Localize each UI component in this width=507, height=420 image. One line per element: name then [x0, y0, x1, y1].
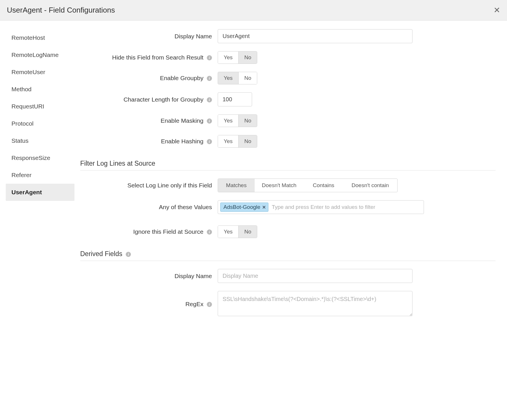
toggle-enable-hashing: Yes No [218, 135, 257, 148]
toggle-ignore-field: Yes No [218, 225, 257, 238]
row-regex: RegEx i [80, 291, 496, 317]
sidebar-item-remoteuser[interactable]: RemoteUser [6, 64, 74, 81]
toggle-yes-groupby[interactable]: Yes [218, 72, 238, 84]
input-derived-display-name[interactable] [218, 269, 412, 283]
info-icon[interactable]: i [126, 252, 131, 257]
row-char-length-groupby: Character Length for Groupby i [80, 92, 496, 106]
input-char-length-groupby[interactable] [218, 92, 252, 106]
sidebar-item-protocol[interactable]: Protocol [6, 115, 74, 132]
toggle-hide-from-search: Yes No [218, 51, 257, 64]
filter-tag: AdsBot-Google ✕ [220, 203, 268, 212]
section-filter-log-lines: Filter Log Lines at Source [80, 156, 496, 171]
row-enable-hashing: Enable Hashing i Yes No [80, 135, 496, 148]
row-any-values: Any of these Values AdsBot-Google ✕ [80, 200, 496, 214]
sidebar-item-responsesize[interactable]: ResponseSize [6, 149, 74, 167]
textarea-regex[interactable] [218, 291, 412, 316]
sidebar-item-referer[interactable]: Referer [6, 167, 74, 184]
label-any-values: Any of these Values [80, 204, 218, 211]
label-display-name: Display Name [80, 33, 218, 40]
toggle-no-hashing[interactable]: No [238, 135, 257, 147]
sidebar-item-method[interactable]: Method [6, 81, 74, 98]
label-char-length-groupby: Character Length for Groupby i [80, 96, 218, 103]
info-icon[interactable]: i [207, 302, 212, 307]
label-text-char-length: Character Length for Groupby [123, 96, 203, 103]
info-icon[interactable]: i [207, 118, 212, 124]
label-select-log-line: Select Log Line only if this Field [80, 182, 218, 189]
label-enable-groupby: Enable Groupby i [80, 75, 218, 82]
match-option-doesnt-contain[interactable]: Doesn't contain [343, 179, 397, 192]
dialog-title: UserAgent - Field Configurations [7, 6, 115, 15]
sidebar-item-useragent[interactable]: UserAgent [6, 184, 74, 201]
match-option-doesnt-match[interactable]: Doesn't Match [255, 179, 303, 192]
row-derived-display-name: Display Name [80, 269, 496, 283]
tag-remove-icon[interactable]: ✕ [262, 205, 266, 210]
toggle-no-masking[interactable]: No [238, 115, 257, 127]
label-hide-from-search: Hide this Field from Search Result i [80, 54, 218, 61]
main-panel: Display Name Hide this Field from Search… [80, 26, 507, 328]
toggle-enable-groupby: Yes No [218, 72, 257, 84]
row-ignore-field: Ignore this Field at Source i Yes No [80, 225, 496, 238]
label-regex: RegEx i [80, 301, 218, 308]
tag-input-any-values[interactable]: AdsBot-Google ✕ [218, 200, 424, 214]
toggle-yes-ignore[interactable]: Yes [218, 226, 238, 238]
match-option-contains[interactable]: Contains [303, 179, 343, 192]
toggle-enable-masking: Yes No [218, 114, 257, 127]
row-enable-masking: Enable Masking i Yes No [80, 114, 496, 127]
sidebar-item-remotehost[interactable]: RemoteHost [6, 29, 74, 46]
row-enable-groupby: Enable Groupby i Yes No [80, 72, 496, 84]
toggle-yes-masking[interactable]: Yes [218, 115, 238, 127]
dialog-header: UserAgent - Field Configurations ✕ [0, 0, 507, 21]
toggle-no-ignore[interactable]: No [238, 226, 257, 238]
label-text-enable-hashing: Enable Hashing [161, 138, 203, 144]
toggle-no-hide[interactable]: No [238, 51, 257, 64]
derived-fields-title-text: Derived Fields [80, 250, 122, 257]
toggle-no-groupby[interactable]: No [238, 72, 257, 84]
section-derived-fields: Derived Fields i [80, 246, 496, 261]
input-display-name[interactable] [218, 29, 412, 43]
tag-label: AdsBot-Google [223, 204, 260, 210]
sidebar-item-status[interactable]: Status [6, 132, 74, 149]
label-text-enable-masking: Enable Masking [161, 117, 203, 124]
label-enable-hashing: Enable Hashing i [80, 138, 218, 145]
match-option-matches[interactable]: Matches [218, 179, 255, 192]
match-option-group: Matches Doesn't Match Contains Doesn't c… [218, 179, 398, 192]
label-text-ignore-field: Ignore this Field at Source [133, 228, 203, 235]
tag-input-field[interactable] [271, 202, 421, 212]
info-icon[interactable]: i [207, 76, 212, 81]
dialog-content: RemoteHost RemoteLogName RemoteUser Meth… [0, 21, 507, 334]
info-icon[interactable]: i [207, 139, 212, 144]
label-text-enable-groupby: Enable Groupby [160, 75, 203, 81]
label-derived-display-name: Display Name [80, 273, 218, 280]
info-icon[interactable]: i [207, 97, 212, 102]
label-text-regex: RegEx [185, 301, 203, 307]
field-sidebar: RemoteHost RemoteLogName RemoteUser Meth… [0, 26, 80, 328]
row-display-name: Display Name [80, 29, 496, 43]
close-icon[interactable]: ✕ [494, 6, 500, 14]
toggle-yes-hashing[interactable]: Yes [218, 135, 238, 147]
row-hide-from-search: Hide this Field from Search Result i Yes… [80, 51, 496, 64]
toggle-yes-hide[interactable]: Yes [218, 51, 238, 64]
label-ignore-field: Ignore this Field at Source i [80, 228, 218, 235]
info-icon[interactable]: i [207, 55, 212, 60]
label-enable-masking: Enable Masking i [80, 117, 218, 124]
label-text-hide-from-search: Hide this Field from Search Result [112, 54, 204, 61]
row-select-log-line: Select Log Line only if this Field Match… [80, 179, 496, 192]
sidebar-item-remotelogname[interactable]: RemoteLogName [6, 46, 74, 64]
sidebar-item-requesturi[interactable]: RequestURI [6, 98, 74, 115]
info-icon[interactable]: i [207, 229, 212, 235]
